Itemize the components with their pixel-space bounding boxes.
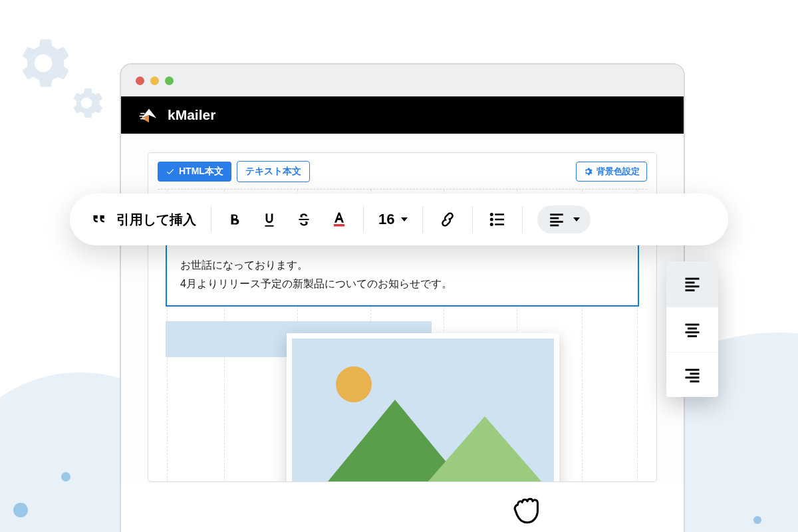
grab-cursor-icon <box>505 484 549 528</box>
body-line: 4月よりリリース予定の新製品についてのお知らせです。 <box>180 275 624 293</box>
svg-rect-9 <box>495 219 505 221</box>
svg-rect-25 <box>690 372 700 374</box>
formatting-toolbar: 引用して挿入 16 <box>70 194 728 245</box>
svg-rect-27 <box>690 380 700 382</box>
align-left-option[interactable] <box>666 261 718 307</box>
align-left-icon <box>548 211 565 228</box>
app-title: kMailer <box>168 107 215 123</box>
svg-rect-7 <box>495 213 505 215</box>
svg-point-6 <box>490 213 493 216</box>
align-right-icon <box>683 366 702 384</box>
window-titlebar <box>121 65 684 96</box>
decorative-dot <box>61 472 70 481</box>
text-align-button[interactable] <box>537 205 591 233</box>
body-line: お世話になっております。 <box>180 256 624 275</box>
sun-icon <box>336 366 372 402</box>
text-color-button[interactable] <box>330 210 348 229</box>
font-size-select[interactable]: 16 <box>378 211 408 228</box>
svg-rect-19 <box>686 289 695 291</box>
svg-rect-5 <box>334 224 344 227</box>
svg-rect-14 <box>551 221 564 223</box>
bold-button[interactable] <box>226 211 243 228</box>
align-left-icon <box>683 275 702 293</box>
svg-point-8 <box>490 218 493 221</box>
chevron-down-icon <box>401 217 408 221</box>
tab-text-body[interactable]: テキスト本文 <box>237 161 310 182</box>
svg-rect-1 <box>140 116 144 117</box>
svg-rect-26 <box>686 376 700 378</box>
gear-icon <box>17 37 70 90</box>
editor-area: HTML本文 テキスト本文 背景色設定 <box>121 134 684 482</box>
chevron-down-icon <box>573 217 580 221</box>
text-align-dropdown <box>666 261 718 397</box>
align-center-icon <box>683 321 702 339</box>
link-button[interactable] <box>438 209 458 229</box>
align-right-option[interactable] <box>666 352 718 397</box>
svg-rect-15 <box>551 225 559 227</box>
body-type-tabs: HTML本文 テキスト本文 背景色設定 <box>158 161 647 182</box>
quote-insert-button[interactable]: 引用して挿入 <box>116 211 196 229</box>
gear-icon <box>70 86 103 120</box>
svg-rect-13 <box>551 217 559 219</box>
app-window: kMailer HTML本文 テキスト本文 背景色設定 <box>120 63 685 532</box>
background-color-setting-button[interactable]: 背景色設定 <box>576 162 647 182</box>
svg-marker-4 <box>418 416 551 481</box>
strikethrough-button[interactable] <box>295 211 313 228</box>
align-center-option[interactable] <box>666 307 718 352</box>
app-header: kMailer <box>121 96 684 134</box>
svg-rect-20 <box>686 323 700 325</box>
svg-rect-21 <box>688 327 697 329</box>
mountains-icon <box>292 400 554 481</box>
decorative-dot <box>753 516 761 524</box>
svg-rect-0 <box>140 113 144 114</box>
svg-point-10 <box>490 223 493 226</box>
svg-rect-16 <box>686 278 700 280</box>
check-icon <box>166 167 175 176</box>
image-thumbnail <box>292 338 554 481</box>
tab-html-body[interactable]: HTML本文 <box>158 162 231 182</box>
gear-icon <box>583 167 593 176</box>
svg-rect-12 <box>551 213 564 215</box>
decorative-dot <box>13 503 28 517</box>
app-logo-icon <box>138 104 160 126</box>
svg-rect-17 <box>686 282 695 284</box>
quote-icon <box>88 209 108 229</box>
image-placeholder-card[interactable] <box>287 333 559 481</box>
bullet-list-button[interactable] <box>487 209 507 229</box>
svg-rect-11 <box>495 223 505 225</box>
svg-rect-24 <box>686 368 700 370</box>
maximize-icon[interactable] <box>165 76 174 85</box>
svg-rect-22 <box>686 331 700 333</box>
svg-rect-2 <box>140 118 144 120</box>
svg-rect-18 <box>686 285 700 287</box>
underline-button[interactable] <box>261 211 278 228</box>
close-icon[interactable] <box>136 76 144 85</box>
minimize-icon[interactable] <box>150 76 159 85</box>
svg-rect-23 <box>688 335 697 337</box>
